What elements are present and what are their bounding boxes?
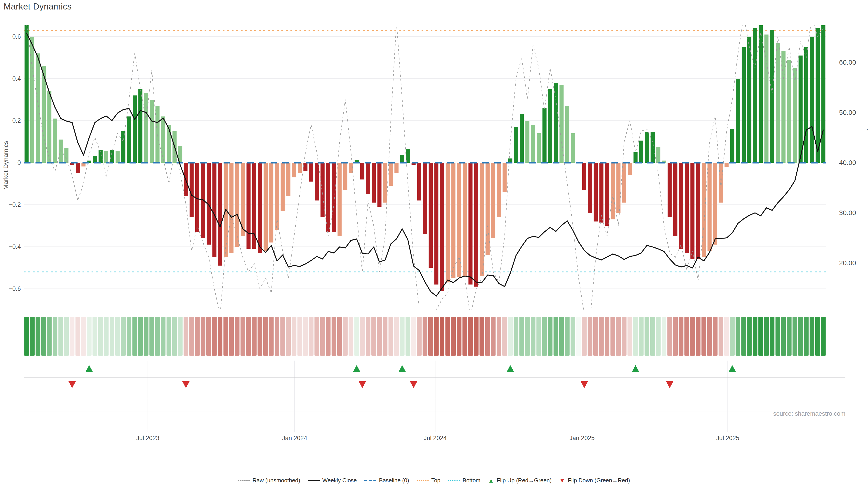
weekly-close-line-swatch-icon — [308, 480, 320, 481]
left-axis-title: Market Dynamics — [2, 136, 9, 195]
legend-item-raw: Raw (unsmoothed) — [238, 477, 300, 484]
legend-label: Flip Down (Green→Red) — [568, 477, 630, 484]
svg-text:40.00: 40.00 — [839, 159, 856, 166]
svg-text:0.6: 0.6 — [12, 33, 21, 40]
flip-down-triangle-icon: ▼ — [559, 478, 565, 484]
svg-text:60.00: 60.00 — [839, 59, 856, 66]
market-dynamics-chart: 0.60.40.20−0.2−0.4−0.660.0050.0040.0030.… — [0, 0, 868, 488]
flip-up-triangle-icon: ▲ — [488, 478, 494, 484]
legend-label: Baseline (0) — [379, 477, 409, 484]
top-line-swatch-icon — [417, 480, 429, 481]
baseline-swatch-icon — [364, 480, 376, 481]
legend-item-flip-up: ▲ Flip Up (Red→Green) — [488, 477, 552, 484]
legend-item-baseline: Baseline (0) — [364, 477, 409, 484]
svg-text:50.00: 50.00 — [839, 109, 856, 116]
svg-text:0: 0 — [18, 159, 21, 166]
legend-label: Raw (unsmoothed) — [252, 477, 300, 484]
svg-text:20.00: 20.00 — [839, 259, 856, 267]
page: Market Dynamics 0.60.40.20−0.2−0.4−0.660… — [0, 0, 868, 488]
svg-text:Jan 2025: Jan 2025 — [569, 435, 594, 442]
source-attribution: source: sharemaestro.com — [773, 410, 845, 417]
legend-item-top: Top — [417, 477, 440, 484]
bottom-line-swatch-icon — [448, 480, 460, 481]
svg-text:−0.4: −0.4 — [9, 243, 21, 250]
right-axis-title: Weekly Close Price — [867, 105, 868, 173]
legend-label: Flip Up (Red→Green) — [497, 477, 552, 484]
svg-text:Jul 2023: Jul 2023 — [136, 435, 159, 442]
legend-label: Top — [431, 477, 440, 484]
svg-text:0.4: 0.4 — [12, 75, 21, 82]
svg-text:Jul 2025: Jul 2025 — [716, 435, 739, 442]
svg-text:30.00: 30.00 — [839, 209, 856, 217]
raw-line-swatch-icon — [238, 480, 250, 481]
svg-text:−0.6: −0.6 — [9, 285, 21, 292]
legend-item-weekly-close: Weekly Close — [308, 477, 357, 484]
svg-text:0.2: 0.2 — [12, 117, 21, 124]
svg-text:Jan 2024: Jan 2024 — [282, 435, 307, 442]
legend-label: Weekly Close — [322, 477, 357, 484]
legend-label: Bottom — [463, 477, 480, 484]
svg-text:Jul 2024: Jul 2024 — [424, 435, 447, 442]
legend-item-flip-down: ▼ Flip Down (Green→Red) — [559, 477, 630, 484]
svg-text:−0.2: −0.2 — [9, 201, 21, 208]
legend-item-bottom: Bottom — [448, 477, 480, 484]
legend: Raw (unsmoothed) Weekly Close Baseline (… — [0, 477, 868, 484]
